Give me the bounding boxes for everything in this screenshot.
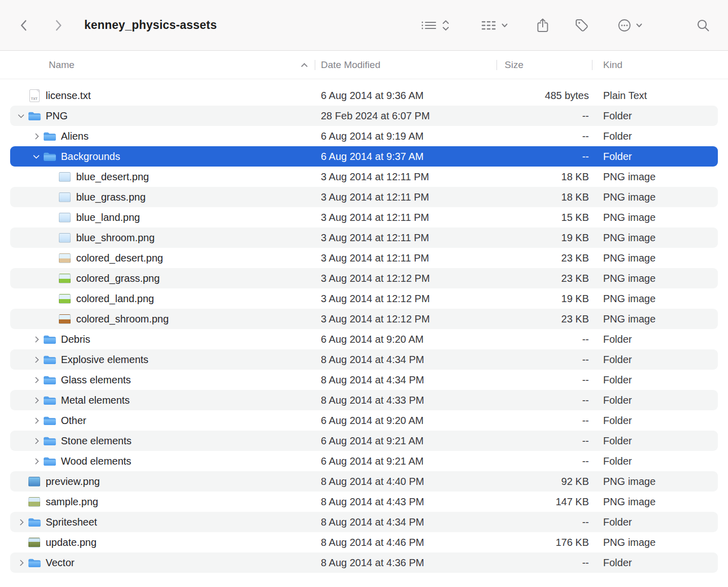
date-modified: 6 Aug 2014 at 9:36 AM	[315, 90, 497, 102]
file-row-folder[interactable]: Stone elements6 Aug 2014 at 9:21 AM--Fol…	[10, 431, 718, 451]
file-row-file[interactable]: colored_desert.png3 Aug 2014 at 12:11 PM…	[10, 248, 718, 268]
name-cell: blue_grass.png	[10, 187, 315, 207]
disclosure-spacer	[45, 268, 58, 288]
list-view-icon	[420, 18, 438, 33]
disclosure-spacer	[45, 309, 58, 329]
file-row-file[interactable]: blue_grass.png3 Aug 2014 at 12:11 PM18 K…	[10, 187, 718, 207]
file-kind: Folder	[592, 435, 718, 447]
disclosure-open-icon[interactable]	[14, 106, 27, 126]
column-header-size[interactable]: Size	[497, 59, 592, 71]
disclosure-closed-icon[interactable]	[29, 390, 43, 410]
back-button[interactable]	[15, 16, 32, 35]
more-options-button[interactable]	[615, 16, 645, 35]
file-row-folder[interactable]: Debris6 Aug 2014 at 9:20 AM--Folder	[10, 329, 718, 349]
disclosure-open-icon[interactable]	[29, 146, 43, 167]
file-size: 18 KB	[497, 171, 592, 183]
disclosure-closed-icon[interactable]	[14, 552, 27, 573]
toolbar: kenney_physics-assets	[0, 0, 728, 51]
disclosure-closed-icon[interactable]	[29, 329, 43, 349]
disclosure-spacer	[14, 532, 27, 552]
file-kind: PNG image	[592, 476, 718, 487]
image-thumbnail-icon	[58, 190, 72, 204]
file-name: Metal elements	[61, 395, 130, 406]
group-view-icon	[480, 18, 498, 33]
search-button[interactable]	[693, 16, 713, 35]
date-modified: 8 Aug 2014 at 4:46 PM	[315, 537, 497, 548]
disclosure-closed-icon[interactable]	[29, 126, 43, 146]
file-row-file[interactable]: colored_grass.png3 Aug 2014 at 12:12 PM2…	[10, 268, 718, 288]
view-mode-button[interactable]	[418, 16, 452, 35]
column-header-name[interactable]: Name	[10, 51, 315, 79]
image-thumbnail-icon	[58, 291, 72, 306]
disclosure-closed-icon[interactable]	[29, 410, 43, 431]
file-name: blue_grass.png	[76, 191, 146, 203]
date-modified: 28 Feb 2024 at 6:07 PM	[315, 110, 497, 122]
share-button[interactable]	[534, 15, 552, 36]
file-name: blue_shroom.png	[76, 232, 155, 244]
file-row-file[interactable]: blue_land.png3 Aug 2014 at 12:11 PM15 KB…	[10, 207, 718, 227]
name-cell: sample.png	[10, 492, 315, 512]
date-modified: 8 Aug 2014 at 4:33 PM	[315, 395, 497, 406]
date-modified: 8 Aug 2014 at 4:34 PM	[315, 516, 497, 528]
file-row-file[interactable]: TXTlicense.txt6 Aug 2014 at 9:36 AM485 b…	[10, 85, 718, 106]
file-row-folder[interactable]: Vector8 Aug 2014 at 4:36 PM--Folder	[10, 552, 718, 573]
file-kind: PNG image	[592, 537, 718, 548]
file-kind: PNG image	[592, 313, 718, 325]
disclosure-spacer	[14, 492, 27, 512]
toolbar-controls	[418, 15, 713, 36]
date-modified: 3 Aug 2014 at 12:11 PM	[315, 191, 497, 203]
column-header-date-modified[interactable]: Date Modified	[315, 59, 497, 71]
chevron-right-icon	[52, 18, 65, 33]
file-size: --	[497, 395, 592, 406]
file-size: 176 KB	[497, 537, 592, 548]
file-kind: Folder	[592, 557, 718, 569]
image-thumbnail-icon	[58, 231, 72, 245]
file-row-file[interactable]: colored_shroom.png3 Aug 2014 at 12:12 PM…	[10, 309, 718, 329]
file-row-file[interactable]: preview.png8 Aug 2014 at 4:40 PM92 KBPNG…	[10, 471, 718, 492]
file-row-folder[interactable]: Wood elements6 Aug 2014 at 9:21 AM--Fold…	[10, 451, 718, 471]
file-size: --	[497, 354, 592, 366]
forward-button[interactable]	[50, 16, 67, 35]
file-row-folder[interactable]: Backgrounds6 Aug 2014 at 9:37 AM--Folder	[10, 146, 718, 167]
file-size: --	[497, 415, 592, 427]
file-kind: Folder	[592, 374, 718, 386]
file-row-folder[interactable]: Metal elements8 Aug 2014 at 4:33 PM--Fol…	[10, 390, 718, 410]
date-modified: 6 Aug 2014 at 9:20 AM	[315, 415, 497, 427]
file-row-file[interactable]: sample.png8 Aug 2014 at 4:43 PM147 KBPNG…	[10, 492, 718, 512]
file-row-file[interactable]: update.png8 Aug 2014 at 4:46 PM176 KBPNG…	[10, 532, 718, 552]
file-kind: PNG image	[592, 212, 718, 223]
file-name: Backgrounds	[61, 151, 120, 162]
disclosure-closed-icon[interactable]	[29, 431, 43, 451]
disclosure-closed-icon[interactable]	[29, 451, 43, 471]
share-icon	[536, 17, 550, 34]
file-row-folder[interactable]: Spritesheet8 Aug 2014 at 4:34 PM--Folder	[10, 512, 718, 532]
file-kind: PNG image	[592, 232, 718, 244]
chevron-up-down-icon	[442, 18, 450, 33]
file-size: --	[497, 110, 592, 122]
file-row-file[interactable]: blue_shroom.png3 Aug 2014 at 12:11 PM19 …	[10, 227, 718, 248]
file-row-folder[interactable]: Explosive elements8 Aug 2014 at 4:34 PM-…	[10, 349, 718, 370]
file-row-folder[interactable]: Aliens6 Aug 2014 at 9:19 AM--Folder	[10, 126, 718, 146]
image-thumbnail-icon	[58, 312, 72, 326]
date-modified: 8 Aug 2014 at 4:40 PM	[315, 476, 497, 487]
disclosure-closed-icon[interactable]	[29, 370, 43, 390]
column-header-date-label: Date Modified	[321, 59, 380, 70]
file-size: 23 KB	[497, 252, 592, 264]
file-row-file[interactable]: colored_land.png3 Aug 2014 at 12:12 PM19…	[10, 288, 718, 309]
file-name: colored_land.png	[76, 293, 154, 305]
file-row-folder[interactable]: Other6 Aug 2014 at 9:20 AM--Folder	[10, 410, 718, 431]
file-row-folder[interactable]: Glass elements8 Aug 2014 at 4:34 PM--Fol…	[10, 370, 718, 390]
file-row-folder[interactable]: PNG28 Feb 2024 at 6:07 PM--Folder	[10, 106, 718, 126]
group-button[interactable]	[478, 16, 510, 35]
column-header-kind[interactable]: Kind	[592, 59, 718, 71]
file-name: Stone elements	[61, 435, 131, 447]
file-kind: PNG image	[592, 191, 718, 203]
disclosure-closed-icon[interactable]	[14, 512, 27, 532]
file-list: TXTlicense.txt6 Aug 2014 at 9:36 AM485 b…	[0, 79, 728, 587]
file-name: license.txt	[46, 90, 91, 102]
file-row-file[interactable]: blue_desert.png3 Aug 2014 at 12:11 PM18 …	[10, 167, 718, 187]
disclosure-closed-icon[interactable]	[29, 349, 43, 370]
date-modified: 3 Aug 2014 at 12:11 PM	[315, 171, 497, 183]
tag-button[interactable]	[572, 16, 591, 35]
disclosure-spacer	[45, 248, 58, 268]
